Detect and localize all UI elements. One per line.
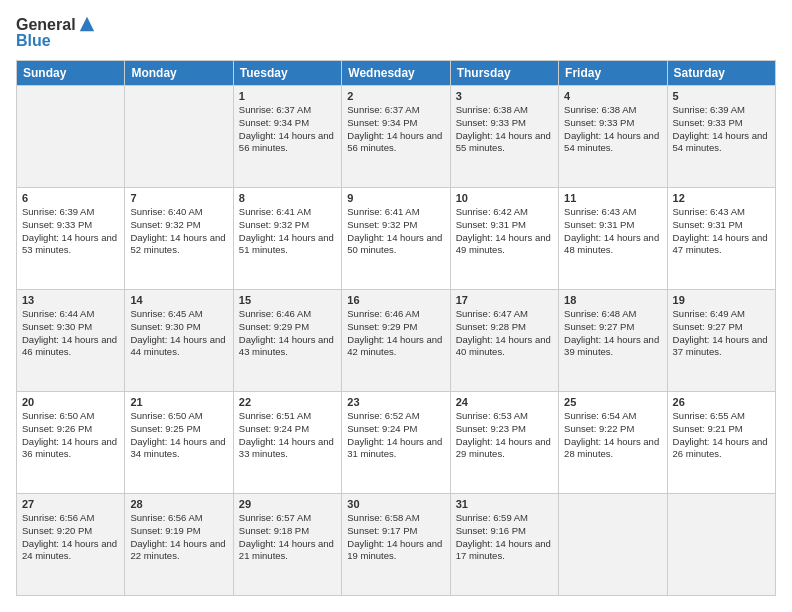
calendar-cell: 19Sunrise: 6:49 AM Sunset: 9:27 PM Dayli… — [667, 290, 775, 392]
calendar-cell: 9Sunrise: 6:41 AM Sunset: 9:32 PM Daylig… — [342, 188, 450, 290]
cell-content: Sunrise: 6:39 AM Sunset: 9:33 PM Dayligh… — [673, 104, 770, 155]
day-number: 11 — [564, 192, 661, 204]
calendar-cell: 21Sunrise: 6:50 AM Sunset: 9:25 PM Dayli… — [125, 392, 233, 494]
day-number: 22 — [239, 396, 336, 408]
day-number: 24 — [456, 396, 553, 408]
day-number: 18 — [564, 294, 661, 306]
calendar-cell: 14Sunrise: 6:45 AM Sunset: 9:30 PM Dayli… — [125, 290, 233, 392]
day-number: 13 — [22, 294, 119, 306]
cell-content: Sunrise: 6:41 AM Sunset: 9:32 PM Dayligh… — [347, 206, 444, 257]
day-number: 12 — [673, 192, 770, 204]
calendar-cell: 29Sunrise: 6:57 AM Sunset: 9:18 PM Dayli… — [233, 494, 341, 596]
logo: General Blue — [16, 16, 96, 50]
cell-content: Sunrise: 6:56 AM Sunset: 9:20 PM Dayligh… — [22, 512, 119, 563]
day-number: 4 — [564, 90, 661, 102]
calendar-cell: 26Sunrise: 6:55 AM Sunset: 9:21 PM Dayli… — [667, 392, 775, 494]
calendar-cell: 7Sunrise: 6:40 AM Sunset: 9:32 PM Daylig… — [125, 188, 233, 290]
day-number: 7 — [130, 192, 227, 204]
day-number: 25 — [564, 396, 661, 408]
cell-content: Sunrise: 6:47 AM Sunset: 9:28 PM Dayligh… — [456, 308, 553, 359]
day-number: 15 — [239, 294, 336, 306]
calendar-cell: 8Sunrise: 6:41 AM Sunset: 9:32 PM Daylig… — [233, 188, 341, 290]
calendar-cell: 6Sunrise: 6:39 AM Sunset: 9:33 PM Daylig… — [17, 188, 125, 290]
day-number: 27 — [22, 498, 119, 510]
day-number: 3 — [456, 90, 553, 102]
day-header-thursday: Thursday — [450, 61, 558, 86]
cell-content: Sunrise: 6:58 AM Sunset: 9:17 PM Dayligh… — [347, 512, 444, 563]
day-header-sunday: Sunday — [17, 61, 125, 86]
calendar-cell: 18Sunrise: 6:48 AM Sunset: 9:27 PM Dayli… — [559, 290, 667, 392]
day-number: 8 — [239, 192, 336, 204]
cell-content: Sunrise: 6:59 AM Sunset: 9:16 PM Dayligh… — [456, 512, 553, 563]
day-number: 19 — [673, 294, 770, 306]
calendar-cell: 30Sunrise: 6:58 AM Sunset: 9:17 PM Dayli… — [342, 494, 450, 596]
calendar-cell: 4Sunrise: 6:38 AM Sunset: 9:33 PM Daylig… — [559, 86, 667, 188]
day-number: 26 — [673, 396, 770, 408]
cell-content: Sunrise: 6:45 AM Sunset: 9:30 PM Dayligh… — [130, 308, 227, 359]
calendar-cell: 22Sunrise: 6:51 AM Sunset: 9:24 PM Dayli… — [233, 392, 341, 494]
day-number: 1 — [239, 90, 336, 102]
calendar-cell: 3Sunrise: 6:38 AM Sunset: 9:33 PM Daylig… — [450, 86, 558, 188]
calendar-week-row: 6Sunrise: 6:39 AM Sunset: 9:33 PM Daylig… — [17, 188, 776, 290]
day-number: 29 — [239, 498, 336, 510]
logo-blue-text: Blue — [16, 32, 51, 50]
cell-content: Sunrise: 6:41 AM Sunset: 9:32 PM Dayligh… — [239, 206, 336, 257]
day-number: 30 — [347, 498, 444, 510]
cell-content: Sunrise: 6:44 AM Sunset: 9:30 PM Dayligh… — [22, 308, 119, 359]
cell-content: Sunrise: 6:55 AM Sunset: 9:21 PM Dayligh… — [673, 410, 770, 461]
cell-content: Sunrise: 6:39 AM Sunset: 9:33 PM Dayligh… — [22, 206, 119, 257]
calendar-cell: 10Sunrise: 6:42 AM Sunset: 9:31 PM Dayli… — [450, 188, 558, 290]
day-header-monday: Monday — [125, 61, 233, 86]
calendar-cell — [17, 86, 125, 188]
cell-content: Sunrise: 6:50 AM Sunset: 9:26 PM Dayligh… — [22, 410, 119, 461]
cell-content: Sunrise: 6:50 AM Sunset: 9:25 PM Dayligh… — [130, 410, 227, 461]
cell-content: Sunrise: 6:38 AM Sunset: 9:33 PM Dayligh… — [564, 104, 661, 155]
calendar-header-row: SundayMondayTuesdayWednesdayThursdayFrid… — [17, 61, 776, 86]
page: General Blue SundayMondayTuesdayWednesda… — [0, 0, 792, 612]
day-number: 31 — [456, 498, 553, 510]
calendar-cell: 20Sunrise: 6:50 AM Sunset: 9:26 PM Dayli… — [17, 392, 125, 494]
calendar-cell: 1Sunrise: 6:37 AM Sunset: 9:34 PM Daylig… — [233, 86, 341, 188]
header: General Blue — [16, 16, 776, 50]
cell-content: Sunrise: 6:42 AM Sunset: 9:31 PM Dayligh… — [456, 206, 553, 257]
day-number: 6 — [22, 192, 119, 204]
calendar-cell: 17Sunrise: 6:47 AM Sunset: 9:28 PM Dayli… — [450, 290, 558, 392]
calendar-cell — [559, 494, 667, 596]
cell-content: Sunrise: 6:56 AM Sunset: 9:19 PM Dayligh… — [130, 512, 227, 563]
cell-content: Sunrise: 6:52 AM Sunset: 9:24 PM Dayligh… — [347, 410, 444, 461]
calendar-cell: 5Sunrise: 6:39 AM Sunset: 9:33 PM Daylig… — [667, 86, 775, 188]
cell-content: Sunrise: 6:43 AM Sunset: 9:31 PM Dayligh… — [564, 206, 661, 257]
calendar-cell: 27Sunrise: 6:56 AM Sunset: 9:20 PM Dayli… — [17, 494, 125, 596]
logo-triangle-icon — [78, 15, 96, 33]
day-header-saturday: Saturday — [667, 61, 775, 86]
cell-content: Sunrise: 6:38 AM Sunset: 9:33 PM Dayligh… — [456, 104, 553, 155]
cell-content: Sunrise: 6:53 AM Sunset: 9:23 PM Dayligh… — [456, 410, 553, 461]
calendar-week-row: 27Sunrise: 6:56 AM Sunset: 9:20 PM Dayli… — [17, 494, 776, 596]
cell-content: Sunrise: 6:37 AM Sunset: 9:34 PM Dayligh… — [347, 104, 444, 155]
calendar-cell: 24Sunrise: 6:53 AM Sunset: 9:23 PM Dayli… — [450, 392, 558, 494]
day-number: 2 — [347, 90, 444, 102]
calendar-cell: 23Sunrise: 6:52 AM Sunset: 9:24 PM Dayli… — [342, 392, 450, 494]
day-number: 20 — [22, 396, 119, 408]
cell-content: Sunrise: 6:46 AM Sunset: 9:29 PM Dayligh… — [347, 308, 444, 359]
day-number: 14 — [130, 294, 227, 306]
calendar-cell: 11Sunrise: 6:43 AM Sunset: 9:31 PM Dayli… — [559, 188, 667, 290]
cell-content: Sunrise: 6:46 AM Sunset: 9:29 PM Dayligh… — [239, 308, 336, 359]
cell-content: Sunrise: 6:37 AM Sunset: 9:34 PM Dayligh… — [239, 104, 336, 155]
calendar-week-row: 20Sunrise: 6:50 AM Sunset: 9:26 PM Dayli… — [17, 392, 776, 494]
calendar-table: SundayMondayTuesdayWednesdayThursdayFrid… — [16, 60, 776, 596]
day-number: 23 — [347, 396, 444, 408]
calendar-cell — [125, 86, 233, 188]
calendar-cell: 28Sunrise: 6:56 AM Sunset: 9:19 PM Dayli… — [125, 494, 233, 596]
calendar-cell: 15Sunrise: 6:46 AM Sunset: 9:29 PM Dayli… — [233, 290, 341, 392]
day-number: 16 — [347, 294, 444, 306]
cell-content: Sunrise: 6:51 AM Sunset: 9:24 PM Dayligh… — [239, 410, 336, 461]
day-number: 10 — [456, 192, 553, 204]
day-header-wednesday: Wednesday — [342, 61, 450, 86]
cell-content: Sunrise: 6:40 AM Sunset: 9:32 PM Dayligh… — [130, 206, 227, 257]
day-number: 5 — [673, 90, 770, 102]
day-number: 28 — [130, 498, 227, 510]
day-number: 17 — [456, 294, 553, 306]
calendar-cell: 2Sunrise: 6:37 AM Sunset: 9:34 PM Daylig… — [342, 86, 450, 188]
day-header-friday: Friday — [559, 61, 667, 86]
